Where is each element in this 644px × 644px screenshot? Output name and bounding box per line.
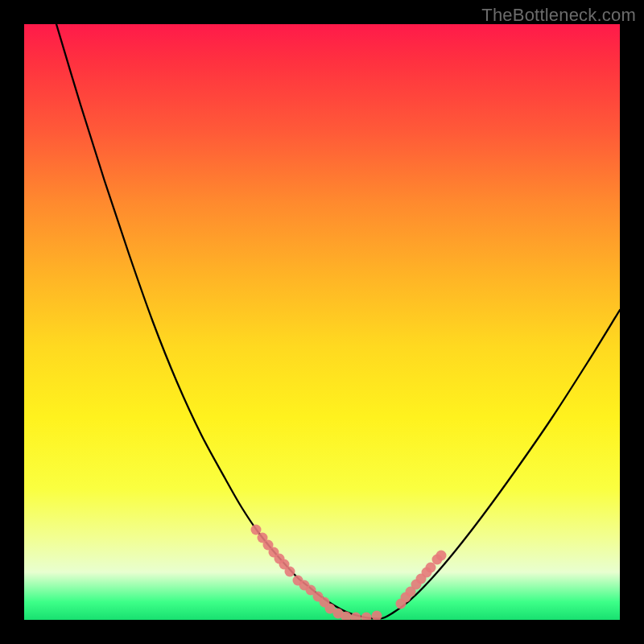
outer-frame: TheBottleneck.com bbox=[0, 0, 644, 644]
marker-dot bbox=[361, 613, 372, 621]
marker-dot bbox=[285, 567, 295, 577]
plot-area bbox=[24, 24, 620, 620]
marker-cluster-left bbox=[251, 525, 330, 608]
marker-cluster-bottom bbox=[325, 604, 382, 621]
marker-dot bbox=[436, 551, 447, 561]
marker-cluster-right bbox=[396, 551, 447, 609]
watermark-text: TheBottleneck.com bbox=[481, 5, 636, 26]
chart-svg bbox=[24, 24, 620, 620]
bottleneck-curve bbox=[56, 24, 620, 619]
marker-dot bbox=[372, 611, 382, 621]
